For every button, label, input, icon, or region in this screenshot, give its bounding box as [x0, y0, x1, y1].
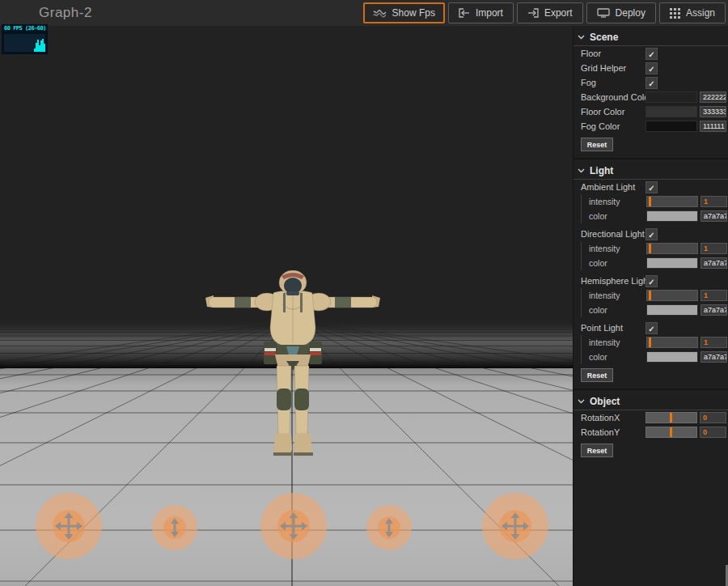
joystick-move[interactable]	[260, 493, 327, 559]
deploy-button[interactable]: Deploy	[586, 2, 656, 23]
light-reset-button[interactable]: Reset	[581, 368, 613, 382]
fps-activity-icon	[373, 8, 387, 18]
directional-color-swatch[interactable]	[646, 257, 698, 269]
hemisphere-light-subrows: intensity 1 color a7a7a7	[581, 288, 728, 317]
chevron-down-icon	[578, 168, 585, 173]
rotation-y-slider[interactable]	[645, 427, 697, 438]
joystick-move[interactable]	[482, 493, 548, 559]
rotation-x-slider[interactable]	[645, 412, 697, 423]
point-intensity-value[interactable]: 1	[700, 337, 727, 348]
check-icon	[648, 227, 654, 241]
directional-intensity-slider[interactable]	[646, 243, 698, 254]
grid-helper-checkbox[interactable]	[645, 62, 658, 74]
object-section: Object RotationX 0 RotationY 0 Reset	[574, 389, 728, 464]
joystick-knob[interactable]	[163, 516, 186, 539]
fps-meter[interactable]: 60 FPS (26-60)	[2, 24, 48, 54]
toolbar: Show Fps Import Export Deploy	[363, 2, 726, 23]
slider-marker[interactable]	[649, 291, 651, 300]
floor-color-value[interactable]: 333333	[700, 106, 726, 117]
export-button[interactable]: Export	[517, 2, 583, 23]
point-light-label: Point Light	[581, 323, 645, 333]
ambient-color-swatch[interactable]	[646, 210, 698, 222]
point-intensity-slider[interactable]	[646, 337, 698, 348]
rotation-x-value[interactable]: 0	[700, 412, 726, 423]
directional-light-checkbox[interactable]	[645, 228, 658, 240]
slider-marker[interactable]	[649, 338, 651, 347]
hemisphere-intensity-slider[interactable]	[646, 290, 698, 301]
import-button[interactable]: Import	[448, 2, 514, 23]
show-fps-button[interactable]: Show Fps	[363, 2, 445, 23]
slider-marker[interactable]	[649, 197, 651, 206]
light-section-header[interactable]: Light	[574, 163, 728, 180]
directional-intensity-row: intensity 1	[582, 241, 728, 256]
grid-helper-toggle-row: Grid Helper	[574, 61, 728, 75]
joystick-move[interactable]	[36, 493, 102, 559]
scene-section-header[interactable]: Scene	[574, 29, 728, 46]
directional-color-value[interactable]: a7a7a7	[700, 257, 727, 269]
assign-button[interactable]: Assign	[659, 2, 726, 23]
show-fps-label: Show Fps	[392, 7, 435, 19]
check-icon	[648, 321, 654, 335]
joystick-knob[interactable]	[499, 510, 531, 542]
rotation-y-value[interactable]: 0	[700, 427, 726, 438]
object-section-title: Object	[590, 396, 620, 407]
joystick-knob[interactable]	[53, 510, 85, 542]
point-light-subrows: intensity 1 color a7a7a7	[581, 335, 728, 364]
page-title: Graph-2	[39, 5, 92, 21]
point-color-value[interactable]: a7a7a7	[700, 351, 727, 363]
inspector-panel: Scene Floor Grid Helper Fog Background C…	[573, 26, 728, 586]
scene-section-title: Scene	[590, 32, 618, 43]
rotation-y-label: RotationY	[581, 427, 645, 437]
background-color-label: Background Color	[581, 92, 645, 102]
point-light-row: Point Light	[574, 321, 728, 335]
hemisphere-light-checkbox[interactable]	[645, 275, 658, 287]
assign-label: Assign	[686, 7, 715, 19]
hemisphere-light-row: Hemisphere Light	[574, 274, 728, 288]
point-color-row: color a7a7a7	[582, 350, 728, 364]
object-section-header[interactable]: Object	[574, 393, 728, 410]
joystick-knob[interactable]	[277, 510, 310, 542]
background-color-value[interactable]: 222222	[700, 91, 726, 103]
fps-graph-bars	[34, 39, 45, 52]
color-label: color	[589, 305, 646, 315]
floor-checkbox[interactable]	[645, 48, 658, 60]
joystick-vertical[interactable]	[366, 505, 412, 550]
directional-color-row: color a7a7a7	[582, 256, 728, 270]
fog-color-label: Fog Color	[581, 121, 645, 131]
ambient-light-checkbox[interactable]	[645, 181, 658, 193]
point-color-swatch[interactable]	[646, 351, 698, 363]
rotation-y-row: RotationY 0	[574, 425, 728, 440]
fps-graph	[4, 34, 45, 52]
floor-color-swatch[interactable]	[645, 106, 697, 117]
ambient-light-label: Ambient Light	[581, 182, 645, 192]
import-icon	[459, 8, 470, 18]
fog-color-swatch[interactable]	[645, 121, 697, 132]
joystick-knob[interactable]	[378, 516, 400, 539]
hemisphere-light-label: Hemisphere Light	[581, 276, 645, 286]
slider-marker[interactable]	[670, 413, 672, 423]
ambient-intensity-slider[interactable]	[646, 196, 698, 207]
fog-color-value[interactable]: 111111	[700, 121, 726, 132]
fog-checkbox[interactable]	[645, 77, 658, 89]
object-reset-button[interactable]: Reset	[581, 444, 613, 457]
point-light-checkbox[interactable]	[645, 322, 658, 334]
move-arrows-icon	[501, 512, 530, 541]
hemisphere-color-swatch[interactable]	[646, 304, 698, 316]
background-color-swatch[interactable]	[645, 91, 697, 103]
hemisphere-intensity-value[interactable]: 1	[700, 290, 727, 301]
ambient-color-value[interactable]: a7a7a7	[700, 210, 727, 222]
directional-intensity-value[interactable]: 1	[700, 243, 727, 254]
rotation-x-row: RotationX 0	[574, 410, 728, 425]
scene-reset-button[interactable]: Reset	[581, 138, 613, 151]
viewport-canvas[interactable]	[0, 0, 573, 586]
fog-color-row: Fog Color 111111	[574, 119, 728, 134]
vertical-arrows-icon	[167, 517, 183, 538]
joystick-vertical[interactable]	[152, 505, 197, 550]
character-model[interactable]	[205, 270, 380, 458]
slider-marker[interactable]	[649, 244, 651, 253]
ambient-intensity-value[interactable]: 1	[700, 196, 727, 207]
slider-marker[interactable]	[670, 427, 672, 437]
export-icon	[527, 8, 539, 18]
ambient-light-subrows: intensity 1 color a7a7a7	[581, 194, 728, 223]
hemisphere-color-value[interactable]: a7a7a7	[700, 304, 727, 316]
